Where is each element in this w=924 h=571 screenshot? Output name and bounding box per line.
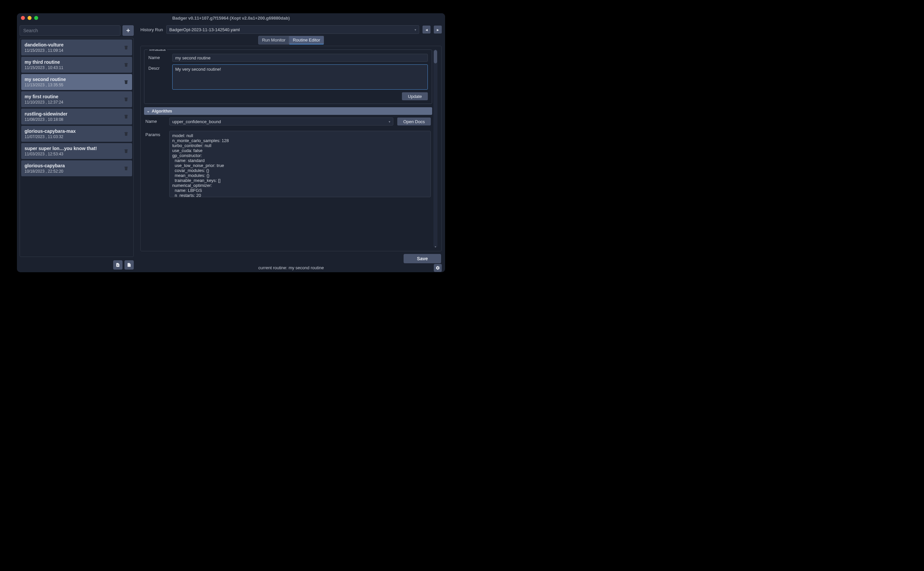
save-button[interactable]: Save: [403, 254, 441, 263]
algorithm-select[interactable]: upper_confidence_bound ▾: [169, 117, 393, 125]
file-export-icon: [116, 262, 120, 267]
trash-icon[interactable]: [123, 166, 129, 171]
routine-name: rustling-sidewinder: [25, 111, 67, 117]
params-row: Params: [145, 131, 431, 197]
trash-icon[interactable]: [123, 62, 129, 67]
import-button[interactable]: [125, 260, 134, 270]
routine-name: my second routine: [25, 77, 66, 82]
chevron-down-icon: ⌄: [147, 109, 150, 113]
trash-icon[interactable]: [123, 131, 129, 136]
descr-label: Descr: [148, 65, 168, 71]
trash-icon[interactable]: [123, 148, 129, 154]
open-docs-button[interactable]: Open Docs: [397, 117, 431, 125]
routine-date: 11/03/2023 , 12:53:43: [25, 152, 97, 156]
save-row: Save: [140, 251, 442, 263]
routine-item[interactable]: my first routine 11/10/2023 , 12:37:24: [21, 91, 132, 107]
editor-scroll: Metadata Name Descr Update: [144, 49, 432, 248]
routine-item[interactable]: glorious-capybara 10/18/2023 , 22:52:20: [21, 160, 132, 176]
sidebar: + dandelion-vulture 11/15/2023 , 11:09:1…: [17, 23, 136, 272]
routine-text: my first routine 11/10/2023 , 12:37:24: [25, 94, 63, 105]
routine-name: glorious-capybara-max: [25, 128, 75, 134]
chevron-down-icon: ▾: [414, 28, 416, 32]
routine-date: 10/18/2023 , 22:52:20: [25, 169, 65, 174]
scrollbar-thumb[interactable]: [434, 50, 437, 63]
caret-left-icon: ◂: [425, 27, 428, 32]
routine-date: 11/13/2023 , 13:35:55: [25, 83, 66, 87]
history-prev-button[interactable]: ◂: [422, 26, 430, 34]
routine-date: 11/07/2023 , 11:03:32: [25, 134, 75, 139]
app-window: Badger v0.11+107.g7f15964 (Xopt v2.0a1+2…: [17, 13, 445, 272]
routine-descr-textarea[interactable]: [172, 65, 428, 90]
routine-text: glorious-capybara 10/18/2023 , 22:52:20: [25, 163, 65, 174]
update-button[interactable]: Update: [402, 92, 428, 100]
maximize-window-button[interactable]: [34, 16, 38, 20]
routine-item[interactable]: dandelion-vulture 11/15/2023 , 11:09:14: [21, 40, 132, 56]
algorithm-header-label: Algorithm: [152, 108, 172, 114]
trash-icon[interactable]: [123, 79, 129, 85]
routine-list: dandelion-vulture 11/15/2023 , 11:09:14 …: [20, 38, 134, 257]
body: + dandelion-vulture 11/15/2023 , 11:09:1…: [17, 23, 445, 272]
search-row: +: [20, 25, 134, 36]
trash-icon[interactable]: [123, 114, 129, 119]
algorithm-select-value: upper_confidence_bound: [172, 119, 221, 124]
routine-name: super super lon…you know that!: [25, 146, 97, 151]
routine-item[interactable]: super super lon…you know that! 11/03/202…: [21, 143, 132, 159]
routine-name: my first routine: [25, 94, 63, 99]
routine-name: glorious-capybara: [25, 163, 65, 168]
routine-date: 11/10/2023 , 12:37:24: [25, 100, 63, 105]
settings-button[interactable]: [434, 264, 442, 272]
sidebar-footer: [20, 259, 134, 270]
status-text: current routine: my second routine: [258, 265, 323, 270]
routine-item[interactable]: rustling-sidewinder 11/08/2023 , 10:18:0…: [21, 108, 132, 125]
window-title: Badger v0.11+107.g7f15964 (Xopt v2.0a1+2…: [17, 15, 445, 21]
routine-name-input[interactable]: [172, 54, 428, 62]
caret-right-icon: ▸: [437, 27, 439, 32]
routine-text: my second routine 11/13/2023 , 13:35:55: [25, 77, 66, 87]
tab-routine-editor[interactable]: Routine Editor: [289, 36, 323, 45]
search-input[interactable]: [20, 25, 120, 36]
algo-name-label: Name: [145, 117, 165, 124]
params-textarea[interactable]: [169, 131, 431, 197]
routine-text: my third routine 11/15/2023 , 10:43:11: [25, 59, 63, 70]
routine-item[interactable]: glorious-capybara-max 11/07/2023 , 11:03…: [21, 126, 132, 142]
routine-date: 11/15/2023 , 10:43:11: [25, 65, 63, 70]
add-routine-button[interactable]: +: [122, 25, 134, 36]
name-label: Name: [148, 54, 168, 60]
routine-text: glorious-capybara-max 11/07/2023 , 11:03…: [25, 128, 75, 139]
scroll-down-icon: ▾: [433, 245, 437, 248]
algorithm-body: Name upper_confidence_bound ▾ Open Docs …: [144, 115, 432, 197]
history-next-button[interactable]: ▸: [434, 26, 442, 34]
algorithm-header[interactable]: ⌄ Algorithm: [144, 107, 432, 115]
descr-row: Descr: [148, 65, 428, 90]
params-label: Params: [145, 131, 165, 137]
tab-run-monitor[interactable]: Run Monitor: [258, 36, 289, 45]
metadata-legend: Metadata: [148, 49, 167, 52]
algorithm-section: ⌄ Algorithm Name upper_confidence_bound …: [144, 107, 432, 197]
routine-text: super super lon…you know that! 11/03/202…: [25, 146, 97, 156]
gear-icon: [436, 265, 440, 270]
minimize-window-button[interactable]: [28, 16, 32, 20]
history-run-value: BadgerOpt-2023-11-13-142540.yaml: [169, 27, 240, 32]
trash-icon[interactable]: [123, 45, 129, 50]
export-button[interactable]: [113, 260, 122, 270]
routine-text: dandelion-vulture 11/15/2023 , 11:09:14: [25, 42, 63, 53]
status-bar: current routine: my second routine: [140, 263, 442, 270]
titlebar: Badger v0.11+107.g7f15964 (Xopt v2.0a1+2…: [17, 13, 445, 23]
routine-item[interactable]: my third routine 11/15/2023 , 10:43:11: [21, 57, 132, 73]
history-run-label: History Run: [140, 27, 163, 32]
tabs: Run Monitor Routine Editor: [140, 36, 442, 45]
main-panel: History Run BadgerOpt-2023-11-13-142540.…: [139, 23, 445, 272]
close-window-button[interactable]: [21, 16, 25, 20]
file-import-icon: [127, 262, 131, 267]
routine-item[interactable]: my second routine 11/13/2023 , 13:35:55: [21, 74, 132, 90]
metadata-group: Metadata Name Descr Update: [144, 49, 432, 104]
editor-scrollbar[interactable]: ▴ ▾: [433, 49, 437, 248]
routine-name: my third routine: [25, 59, 63, 65]
update-row: Update: [148, 92, 428, 100]
routine-name: dandelion-vulture: [25, 42, 63, 48]
routine-text: rustling-sidewinder 11/08/2023 , 10:18:0…: [25, 111, 67, 122]
history-run-select[interactable]: BadgerOpt-2023-11-13-142540.yaml ▾: [166, 25, 419, 34]
editor-panel: Metadata Name Descr Update: [140, 46, 442, 251]
trash-icon[interactable]: [123, 97, 129, 102]
algo-name-row: Name upper_confidence_bound ▾ Open Docs: [145, 117, 431, 125]
